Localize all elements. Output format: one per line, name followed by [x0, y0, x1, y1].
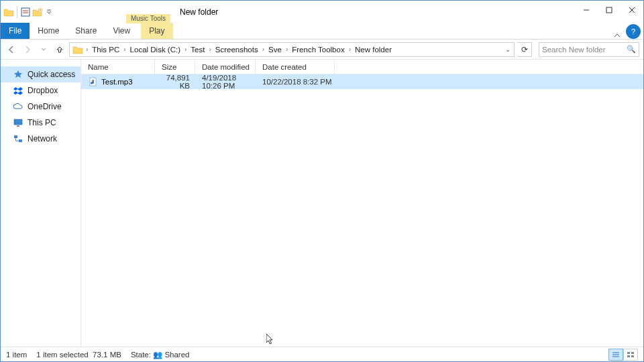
- column-created[interactable]: Date created: [256, 60, 335, 74]
- status-state: State: 👥 Shared: [131, 350, 190, 359]
- navigation-pane: Quick access Dropbox OneDrive This PC Ne…: [1, 60, 81, 347]
- column-label: Date modified: [202, 63, 250, 71]
- refresh-button[interactable]: ⟳: [517, 42, 532, 57]
- chevron-right-icon[interactable]: ›: [261, 46, 266, 53]
- recent-locations-button[interactable]: [37, 42, 50, 57]
- maximize-button[interactable]: [598, 1, 621, 19]
- cloud-icon: [13, 101, 23, 112]
- svg-rect-5: [14, 135, 17, 138]
- cell-created: 10/22/2018 8:32 PM: [256, 78, 335, 86]
- address-bar[interactable]: › This PC › Local Disk (C:) › Test › Scr…: [69, 42, 515, 57]
- breadcrumb-item[interactable]: New folder: [352, 46, 394, 54]
- tab-share[interactable]: Share: [67, 23, 105, 39]
- status-selection: 1 item selected 73.1 MB: [36, 351, 121, 359]
- column-modified[interactable]: Date modified: [195, 60, 256, 74]
- tab-play[interactable]: Play: [141, 23, 172, 39]
- search-input[interactable]: [542, 46, 636, 54]
- chevron-right-icon[interactable]: ›: [284, 46, 289, 53]
- window-controls: [575, 1, 643, 23]
- folder-icon: [3, 7, 14, 17]
- breadcrumb-item[interactable]: Screenshots: [213, 46, 261, 54]
- column-name[interactable]: ˄ Name: [81, 60, 155, 74]
- column-size[interactable]: Size: [155, 60, 195, 74]
- breadcrumb-item[interactable]: Sve: [266, 46, 284, 54]
- details-view-button[interactable]: [608, 349, 623, 361]
- column-label: Size: [162, 63, 176, 71]
- up-button[interactable]: [53, 42, 66, 57]
- address-dropdown[interactable]: ⌄: [502, 46, 514, 53]
- context-tab-group: Music Tools: [126, 1, 170, 23]
- chevron-right-icon[interactable]: ›: [347, 46, 352, 53]
- svg-rect-2: [606, 7, 612, 13]
- nav-label: Quick access: [28, 70, 75, 79]
- cell-size: 74,891 KB: [155, 74, 195, 90]
- body: Quick access Dropbox OneDrive This PC Ne…: [1, 60, 643, 347]
- svg-rect-9: [631, 352, 634, 354]
- svg-rect-4: [17, 125, 19, 127]
- breadcrumb-item[interactable]: This PC: [89, 46, 122, 54]
- tab-file[interactable]: File: [1, 23, 30, 39]
- nav-network[interactable]: Network: [1, 131, 80, 147]
- nav-label: This PC: [28, 118, 56, 127]
- nav-dropbox[interactable]: Dropbox: [1, 82, 80, 99]
- properties-icon[interactable]: [20, 7, 31, 17]
- svg-rect-6: [19, 139, 22, 142]
- network-icon: [13, 133, 23, 144]
- separator: [17, 6, 17, 18]
- chevron-right-icon[interactable]: ›: [207, 46, 212, 53]
- tab-view[interactable]: View: [105, 23, 138, 39]
- file-name: Test.mp3: [101, 78, 133, 86]
- chevron-right-icon[interactable]: ›: [85, 46, 89, 53]
- nav-this-pc[interactable]: This PC: [1, 115, 80, 131]
- svg-rect-0: [21, 8, 30, 16]
- folder-icon: [72, 44, 85, 55]
- breadcrumb-item[interactable]: Local Disk (C:): [127, 46, 183, 54]
- title-bar: Music Tools New folder: [1, 1, 643, 23]
- nav-label: OneDrive: [28, 102, 62, 111]
- nav-quick-access[interactable]: Quick access: [1, 66, 80, 82]
- back-button[interactable]: [5, 42, 18, 57]
- file-list[interactable]: Test.mp3 74,891 KB 4/19/2018 10:26 PM 10…: [81, 74, 643, 347]
- breadcrumb-item[interactable]: French Toolbox: [289, 46, 347, 54]
- audio-file-icon: [88, 76, 99, 87]
- svg-rect-8: [627, 352, 630, 354]
- qat-dropdown-icon[interactable]: [46, 7, 52, 17]
- search-icon: 🔍: [627, 45, 636, 54]
- tab-home[interactable]: Home: [30, 23, 67, 39]
- breadcrumb-item[interactable]: Test: [188, 46, 207, 54]
- svg-rect-10: [627, 355, 630, 357]
- sort-asc-icon: ˄: [116, 60, 119, 62]
- help-button[interactable]: ?: [626, 24, 641, 39]
- nav-onedrive[interactable]: OneDrive: [1, 99, 80, 115]
- minimize-button[interactable]: [575, 1, 598, 19]
- window-title: New folder: [170, 1, 218, 23]
- nav-label: Network: [28, 134, 57, 143]
- search-box[interactable]: 🔍: [539, 42, 639, 57]
- quick-access-toolbar: [1, 1, 52, 23]
- ribbon-tabs: File Home Share View Play ?: [1, 23, 643, 40]
- explorer-window: Music Tools New folder File Home Share V…: [0, 0, 644, 362]
- chevron-right-icon[interactable]: ›: [122, 46, 127, 53]
- close-button[interactable]: [621, 1, 643, 19]
- new-folder-icon[interactable]: [32, 7, 43, 17]
- forward-button[interactable]: [21, 42, 34, 57]
- chevron-right-icon[interactable]: ›: [183, 46, 188, 53]
- column-label: Date created: [262, 63, 307, 71]
- star-icon: [13, 69, 23, 80]
- ribbon-expand-icon[interactable]: [608, 32, 626, 39]
- thumbnails-view-button[interactable]: [623, 349, 638, 361]
- file-row[interactable]: Test.mp3 74,891 KB 4/19/2018 10:26 PM 10…: [81, 74, 643, 89]
- people-icon: 👥: [153, 351, 162, 359]
- status-item-count: 1 item: [6, 351, 27, 359]
- view-toggle: [608, 349, 638, 361]
- svg-rect-11: [631, 355, 634, 357]
- selection-extent: [335, 74, 422, 89]
- column-label: Name: [88, 63, 109, 71]
- status-bar: 1 item 1 item selected 73.1 MB State: 👥 …: [1, 347, 643, 361]
- nav-label: Dropbox: [28, 86, 58, 95]
- svg-rect-3: [14, 119, 22, 125]
- monitor-icon: [13, 117, 23, 128]
- context-caption: Music Tools: [126, 14, 170, 23]
- cell-name: Test.mp3: [81, 76, 155, 87]
- nav-bar: › This PC › Local Disk (C:) › Test › Scr…: [1, 40, 643, 60]
